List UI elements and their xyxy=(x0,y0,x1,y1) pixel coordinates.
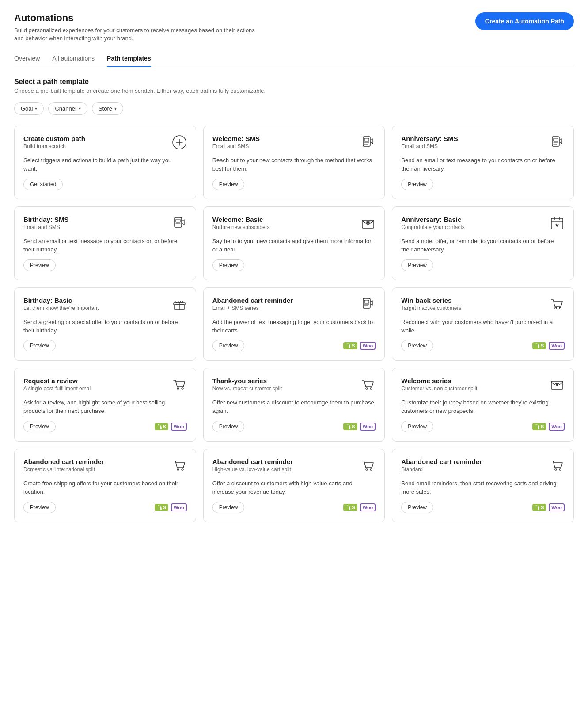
preview-button[interactable]: Preview xyxy=(401,179,433,190)
preview-button[interactable]: Preview xyxy=(212,179,245,190)
card-top: Abandoned cart reminder Standard xyxy=(401,458,565,476)
store-chevron-icon: ▾ xyxy=(114,106,117,111)
card-subtitle: High-value vs. low-value cart split xyxy=(212,466,293,473)
preview-button[interactable]: Preview xyxy=(212,502,245,513)
preview-button[interactable]: Preview xyxy=(401,340,433,351)
shopify-badge: S xyxy=(343,423,357,430)
plus-circle-icon xyxy=(172,135,187,153)
preview-button[interactable]: Preview xyxy=(401,421,433,432)
tab-all-automations[interactable]: All automations xyxy=(52,55,95,67)
woo-badge: Woo xyxy=(360,342,376,350)
cart-icon xyxy=(172,377,187,395)
card-top: Abandoned cart reminder High-value vs. l… xyxy=(212,458,376,476)
card-footer: Preview xyxy=(23,340,187,351)
cart-icon xyxy=(550,297,565,315)
card-description: Create free shipping offers for your cus… xyxy=(23,480,187,496)
preview-button[interactable]: Preview xyxy=(212,340,245,351)
envelope-heart-icon xyxy=(550,377,565,395)
card-description: Reconnect with your customers who haven'… xyxy=(401,318,565,335)
template-card: Win-back series Target inactive customer… xyxy=(392,287,574,361)
template-card: Anniversary: SMS Email and SMS Send an e… xyxy=(392,126,574,199)
card-top: Welcome series Customer vs. non-customer… xyxy=(401,377,565,395)
card-top: Create custom path Build from scratch xyxy=(23,135,187,153)
store-filter[interactable]: Store ▾ xyxy=(92,102,123,115)
card-subtitle: A single post-fulfillment email xyxy=(23,385,92,392)
card-description: Add the power of text messaging to get y… xyxy=(212,318,376,335)
tab-overview[interactable]: Overview xyxy=(14,55,40,67)
svg-rect-8 xyxy=(554,138,558,141)
cart-icon xyxy=(550,458,565,476)
card-title: Welcome series xyxy=(401,377,477,385)
cart-icon xyxy=(360,458,376,476)
preview-button[interactable]: Preview xyxy=(401,502,433,513)
card-titles: Abandoned cart reminder High-value vs. l… xyxy=(212,458,293,473)
preview-button[interactable]: Preview xyxy=(23,421,56,432)
woo-badge: Woo xyxy=(549,503,565,511)
template-card: Abandoned cart reminder Email + SMS seri… xyxy=(203,287,385,361)
card-description: Offer new customers a discount to encour… xyxy=(212,399,376,415)
preview-button[interactable]: Preview xyxy=(212,259,245,271)
svg-point-29 xyxy=(177,388,179,389)
card-title: Abandoned cart reminder xyxy=(212,458,293,465)
card-subtitle: Email and SMS xyxy=(401,143,458,149)
template-card: Abandoned cart reminder Standard Send em… xyxy=(392,449,574,522)
tab-path-templates[interactable]: Path templates xyxy=(107,55,151,67)
sms-icon xyxy=(550,135,565,153)
card-subtitle: New vs. repeat customer split xyxy=(212,385,282,392)
preview-button[interactable]: Preview xyxy=(23,340,56,351)
svg-point-28 xyxy=(559,307,561,309)
card-subtitle: Build from scratch xyxy=(23,143,85,149)
card-description: Send an email or text message to your co… xyxy=(401,156,565,173)
envelope-heart-icon xyxy=(360,216,376,234)
card-subtitle: Domestic vs. international split xyxy=(23,466,104,473)
sms-icon xyxy=(172,216,187,234)
card-top: Request a review A single post-fulfillme… xyxy=(23,377,187,395)
svg-rect-4 xyxy=(364,138,369,141)
card-footer: Preview xyxy=(212,179,376,190)
card-title: Birthday: Basic xyxy=(23,297,99,304)
woo-badge: Woo xyxy=(549,342,565,350)
woo-badge: Woo xyxy=(360,503,376,511)
card-footer: Preview xyxy=(401,259,565,271)
card-description: Send a greeting or special offer to your… xyxy=(23,318,187,335)
svg-point-38 xyxy=(555,469,557,470)
shopify-badge: S xyxy=(155,423,168,430)
card-subtitle: Standard xyxy=(401,466,482,473)
create-automation-button[interactable]: Create an Automation Path xyxy=(475,12,574,30)
shopify-badge: S xyxy=(532,423,546,430)
preview-button[interactable]: Preview xyxy=(23,502,56,513)
woo-badge: Woo xyxy=(171,503,187,511)
preview-button[interactable]: Preview xyxy=(401,259,433,271)
card-title: Welcome: Basic xyxy=(212,216,270,223)
preview-button[interactable]: Preview xyxy=(23,259,56,271)
section-subtitle: Choose a pre-built template or create on… xyxy=(14,88,574,94)
card-description: Send an email or text message to your co… xyxy=(23,237,187,254)
card-top: Birthday: Basic Let them know they're im… xyxy=(23,297,187,315)
badge-row: SWoo xyxy=(155,503,187,511)
card-title: Abandoned cart reminder xyxy=(23,458,104,465)
card-subtitle: Target inactive customers xyxy=(401,305,461,311)
card-description: Select triggers and actions to build a p… xyxy=(23,156,187,173)
gift-icon xyxy=(172,297,187,315)
card-footer: Preview SWoo xyxy=(23,421,187,432)
goal-filter[interactable]: Goal ▾ xyxy=(14,102,44,115)
card-title: Birthday: SMS xyxy=(23,216,69,223)
card-titles: Anniversary: Basic Congratulate your con… xyxy=(401,216,464,230)
channel-filter[interactable]: Channel ▾ xyxy=(48,102,87,115)
card-titles: Welcome: Basic Nurture new subscribers xyxy=(212,216,270,230)
cards-grid: Create custom path Build from scratch Se… xyxy=(14,126,574,522)
template-card: Abandoned cart reminder Domestic vs. int… xyxy=(14,449,196,522)
template-card: Welcome: Basic Nurture new subscribers S… xyxy=(203,206,385,280)
goal-filter-label: Goal xyxy=(21,105,33,112)
channel-filter-label: Channel xyxy=(55,105,76,112)
store-filter-label: Store xyxy=(99,105,112,112)
page-title: Automations xyxy=(14,12,262,24)
card-top: Birthday: SMS Email and SMS xyxy=(23,216,187,234)
svg-point-31 xyxy=(366,388,368,389)
get-started-button[interactable]: Get started xyxy=(23,179,63,190)
card-top: Welcome: Basic Nurture new subscribers xyxy=(212,216,376,234)
card-titles: Thank-you series New vs. repeat customer… xyxy=(212,377,282,392)
preview-button[interactable]: Preview xyxy=(212,421,245,432)
card-footer: Preview SWoo xyxy=(212,502,376,513)
card-subtitle: Customer vs. non-customer split xyxy=(401,385,477,392)
